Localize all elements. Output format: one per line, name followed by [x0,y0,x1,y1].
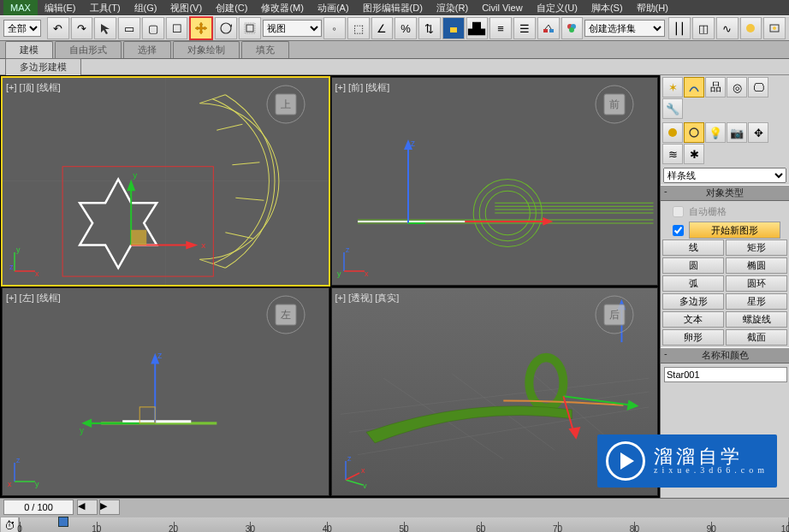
viewport-front[interactable]: [+] [前] [线框] 前 [331,77,659,286]
ribbon-tab-2[interactable]: 选择 [123,41,171,58]
filter-select[interactable]: 全部 [3,20,41,37]
viewport-label: [+] [左] [线框] [6,292,61,304]
selection-lock-button[interactable] [442,17,465,39]
timeline-back-button[interactable]: ◀ [77,499,98,515]
menu-9[interactable]: 渲染(R) [430,0,475,15]
menu-4[interactable]: 视图(V) [163,0,209,15]
layer-button[interactable]: ☰ [513,17,536,39]
obj-btn-3[interactable]: 椭圆 [726,257,787,274]
hierarchy-tab-icon[interactable]: 品 [705,77,726,98]
ribbon-tab-4[interactable]: 填充 [241,41,289,58]
undo-button[interactable]: ↶ [47,17,69,39]
align-tool-b[interactable]: ◫ [692,17,715,39]
selection-set-select[interactable]: 创建选择集 [584,20,665,37]
nav-cube-icon[interactable]: 后 [589,295,640,334]
menu-11[interactable]: 自定义(U) [530,0,584,15]
time-slider-head[interactable] [58,517,68,527]
svg-point-0 [221,23,231,33]
menu-3[interactable]: 组(G) [128,0,164,15]
ribbon-tab-1[interactable]: 自由形式 [55,41,122,58]
time-ruler[interactable]: 0102030405060708090100 [19,517,789,533]
time-config-icon[interactable]: ⏱ [0,517,19,532]
snap-button[interactable]: ⬚ [347,17,370,39]
nav-cube-icon[interactable]: 上 [260,85,311,124]
rollout-object-type[interactable]: 对象类型 [661,185,789,201]
obj-btn-4[interactable]: 弧 [662,275,724,292]
svg-line-19 [199,95,225,103]
menu-13[interactable]: 帮助(H) [630,0,675,15]
modify-tab-icon[interactable] [684,77,704,98]
menu-12[interactable]: 脚本(S) [584,0,630,15]
lights-icon[interactable]: 💡 [705,122,726,143]
menu-8[interactable]: 图形编辑器(D) [356,0,430,15]
category-select[interactable]: 样条线 [663,168,786,183]
ref-coord-select[interactable]: 视图 [263,20,322,37]
svg-rect-4 [543,29,548,33]
menu-0[interactable]: MAX [3,0,38,15]
redo-button[interactable]: ↷ [71,17,93,39]
systems-icon[interactable]: ✱ [684,144,704,164]
nav-cube-icon[interactable]: 左 [260,295,311,334]
geometry-icon[interactable] [662,122,683,143]
select-rect-button[interactable]: ▢ [142,17,164,39]
menu-7[interactable]: 动画(A) [311,0,356,15]
obj-btn-6[interactable]: 多边形 [662,293,724,310]
select-window-button[interactable]: ☐ [166,17,188,39]
ribbon-tab-0[interactable]: 建模 [5,41,53,58]
viewport-top[interactable]: [+] [顶] [线框] 上 [2,77,329,286]
start-new-shape-button[interactable]: 开始新图形 [689,222,780,239]
viewport-grid: [+] [顶] [线框] 上 [0,75,660,498]
display-tab-icon[interactable]: 🖵 [748,77,768,98]
menu-2[interactable]: 工具(T) [83,0,128,15]
svg-text:z: z [9,263,14,271]
nav-cube-icon[interactable]: 前 [589,85,640,124]
rotate-button[interactable] [215,17,237,39]
obj-btn-0[interactable]: 线 [662,239,724,256]
schematic-button[interactable] [537,17,560,39]
obj-btn-2[interactable]: 圆 [662,257,724,274]
obj-btn-1[interactable]: 矩形 [726,239,787,256]
shapes-icon[interactable] [684,122,704,143]
select-name-button[interactable]: ▭ [118,17,140,39]
poly-modeling-tab[interactable]: 多边形建模 [5,58,81,75]
svg-marker-52 [543,217,553,226]
render-button[interactable] [763,17,786,39]
menu-10[interactable]: Civil View [475,0,529,15]
obj-btn-9[interactable]: 螺旋线 [726,311,787,328]
viewport-left[interactable]: [+] [左] [线框] 左 [2,287,329,496]
obj-btn-7[interactable]: 星形 [726,293,787,310]
menu-6[interactable]: 修改器(M) [254,0,311,15]
mirror-button[interactable]: ▟▙ [466,17,489,39]
ribbon-tab-3[interactable]: 对象绘制 [173,41,240,58]
material-button[interactable] [561,17,584,39]
obj-btn-5[interactable]: 圆环 [726,275,787,292]
curve-editor-button[interactable]: ∿ [716,17,739,39]
select-button[interactable] [94,17,116,39]
start-new-check[interactable] [673,225,684,236]
svg-line-23 [225,233,252,239]
align-tool-a[interactable]: ⎮⎮ [668,17,691,39]
align-button[interactable]: ≡ [489,17,512,39]
cameras-icon[interactable]: 📷 [727,122,747,143]
utilities-tab-icon[interactable]: 🔧 [662,98,683,119]
menu-1[interactable]: 编辑(E) [38,0,83,15]
object-name-input[interactable] [664,367,787,382]
move-button[interactable] [189,16,213,40]
viewport-label: [+] [前] [线框] [335,81,390,94]
spacewarps-icon[interactable]: ≋ [662,144,683,164]
create-tab-icon[interactable]: ✶ [662,77,683,98]
rollout-name-color[interactable]: 名称和颜色 [661,347,789,364]
spinner-snap-button[interactable]: ⇅ [418,17,441,39]
obj-btn-11[interactable]: 截面 [726,329,787,346]
pivot-button[interactable]: ◦ [323,17,346,39]
obj-btn-8[interactable]: 文本 [662,311,724,328]
motion-tab-icon[interactable]: ◎ [727,77,747,98]
helpers-icon[interactable]: ✥ [748,122,768,143]
menu-5[interactable]: 创建(C) [209,0,254,15]
timeline-fwd-button[interactable]: ▶ [99,499,120,515]
obj-btn-10[interactable]: 卵形 [662,329,724,346]
percent-snap-button[interactable]: % [394,17,417,39]
render-setup-button[interactable] [740,17,762,39]
angle-snap-button[interactable]: ∠ [371,17,394,39]
scale-button[interactable] [239,17,261,39]
